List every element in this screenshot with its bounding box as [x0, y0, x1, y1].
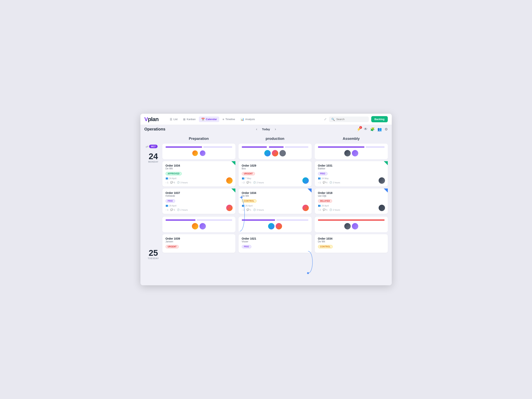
card-order-1034-asm2[interactable]: Order 1034 De Wit CONTROL: [315, 234, 388, 253]
card-avatar-1034: [226, 177, 233, 184]
avatar-prod-2: [272, 150, 278, 156]
column-header-assembly: Assembly: [315, 137, 388, 141]
avatar-asm-2: [352, 150, 358, 156]
date-block-24: 24 MONDAY: [144, 152, 162, 163]
asm-bar-3: [318, 219, 385, 221]
card-stats-1037: ↑1 💬3 🕐2 hours: [165, 209, 232, 211]
column-header-production: production: [239, 137, 312, 141]
users-icon[interactable]: 👥: [377, 127, 382, 132]
nav-items: ☰ List ⊞ Kanban 📅 Calendar ≡ Timeline 📊 …: [167, 116, 320, 122]
eye-icon[interactable]: 👁: [364, 127, 367, 131]
status-badge-delayed: DELAYED: [318, 199, 332, 203]
order-client-1039: Jansen: [165, 240, 232, 243]
avatar-asm-d2-1: [344, 223, 351, 229]
order-title-1018: Order 1018: [318, 191, 385, 195]
nav-list[interactable]: ☰ List: [167, 116, 180, 122]
day-name-tuesday: TUESDAY: [148, 257, 159, 260]
prod-bar-4: [242, 219, 275, 221]
day-name-monday: MONDAY: [148, 161, 158, 163]
prep-day1-progress: [162, 144, 235, 159]
puzzle-icon[interactable]: 🧩: [370, 127, 375, 132]
order-client-1031: Bakker: [318, 167, 385, 170]
card-avatar-1018: [379, 205, 385, 211]
backlog-button[interactable]: Backlog: [371, 116, 388, 122]
header: Vplan ☰ List ⊞ Kanban 📅 Calendar ≡ Timel…: [140, 114, 392, 125]
next-date-button[interactable]: ›: [273, 127, 278, 132]
card-avatar-1037: [226, 205, 233, 211]
order-client-1034-asm2: De Wit: [318, 240, 385, 243]
card-order-1018-asm[interactable]: Order 1018 van Dijk DELAYED 👥 28 April ↑…: [315, 189, 388, 214]
order-client-1037: Hofstede: [165, 195, 232, 197]
calendar-icon: 📅: [201, 118, 205, 121]
avatar-1037: [226, 205, 233, 211]
avatar-1029: [302, 177, 309, 184]
asm-avatars-day2: [318, 223, 385, 229]
order-date-1031: 👥 24 May: [318, 177, 385, 180]
nav-calendar[interactable]: 📅 Calendar: [199, 116, 219, 122]
day-number-25: 25: [149, 249, 158, 257]
filter-icon[interactable]: ⚡ 1: [357, 127, 361, 132]
avatar-prep-1: [192, 150, 198, 156]
card-order-1034-prep[interactable]: Order 1034 De Wit APPROVED 👥 24 April ↑1…: [162, 161, 235, 187]
timeline-icon: ≡: [222, 118, 224, 121]
board: Preparation Order 1034 De: [162, 133, 388, 260]
avatar-prod-3: [279, 150, 286, 156]
search-input[interactable]: [336, 118, 367, 121]
order-title-1039: Order 1039: [165, 237, 232, 240]
order-title-1021: Order 1021: [242, 237, 308, 240]
order-title-1037: Order 1037: [165, 191, 232, 195]
prod-bar-2: [269, 146, 284, 148]
prev-date-button[interactable]: ‹: [254, 127, 259, 132]
order-client-1034-prod: De Wit: [242, 195, 308, 197]
shuffle-button[interactable]: ⇄: [146, 145, 148, 148]
date-nav: ‹ Today ›: [254, 127, 278, 132]
nav-kanban[interactable]: ⊞ Kanban: [181, 116, 198, 122]
card-order-1029-prod[interactable]: Order 1029 Bos URGENT 👥 7 May ↑2 💬5 🕐2 h…: [239, 161, 312, 187]
order-client-1018: van Dijk: [318, 195, 385, 197]
prod-day1-progress: [239, 144, 312, 159]
prep-bar-1: [165, 146, 202, 148]
card-corner-blue-1034: [308, 189, 312, 192]
order-client: De Wit: [165, 167, 232, 170]
card-order-1037-prep[interactable]: Order 1037 Hofstede PRIO 👥 29 April ↑1 💬…: [162, 189, 235, 214]
settings-icon[interactable]: ⚙: [385, 127, 388, 132]
card-order-1034-prod[interactable]: Order 1034 De Wit CONTROL 👥 26 April ↑2 …: [239, 189, 312, 214]
prep-bar-2: [203, 146, 232, 148]
status-badge-control: CONTROL: [242, 199, 257, 203]
card-corner-blue-1018: [384, 189, 388, 192]
status-badge-control-asm2: CONTROL: [318, 245, 333, 248]
order-date-1018: 👥 28 April: [318, 204, 385, 207]
card-stats-1018: ↑2 💬5 🕐2 hours: [318, 209, 385, 211]
prod-bar-1: [242, 146, 267, 148]
order-date-1029: 👥 7 May: [242, 177, 308, 180]
avatar-1018: [379, 205, 385, 211]
search-icon: 🔍: [331, 118, 335, 121]
nav-analysis[interactable]: 📊 Analysis: [238, 116, 257, 122]
column-preparation: Preparation Order 1034 De: [162, 137, 235, 260]
order-title: Order 1034: [165, 164, 232, 167]
status-badge-prio-1037: PRIO: [165, 199, 175, 203]
card-stats-1029: ↑2 💬5 🕐2 hours: [242, 181, 308, 184]
prod-day2-progress: [239, 217, 312, 232]
search-box[interactable]: 🔍: [329, 116, 369, 122]
card-stats-1031: ↑1 💬6 🕐2 hours: [318, 181, 385, 184]
status-badge-urgent-1039: URGENT: [165, 245, 179, 248]
expand-icon[interactable]: ⤢: [324, 117, 327, 121]
avatar-prep-d2-1: [192, 223, 198, 229]
avatar-prep-2: [199, 150, 206, 156]
header-right: ⤢ 🔍 Backlog: [324, 116, 388, 122]
card-stats-1034-prod: ↑2 💬1 🕐3 hours: [242, 209, 308, 211]
asm-bar-2: [366, 146, 384, 148]
order-client-1029: Bos: [242, 167, 308, 170]
prod-bar-3: [285, 146, 308, 148]
card-order-1031-asm[interactable]: Order 1031 Bakker PRIO 👥 24 May ↑1 💬6 🕐2…: [315, 161, 388, 187]
status-badge-urgent-1029: URGENT: [242, 172, 255, 175]
card-order-1039-prep[interactable]: Order 1039 Jansen URGENT: [162, 234, 235, 253]
logo-v: V: [144, 116, 148, 122]
order-date-1034-prod: 👥 26 April: [242, 204, 308, 207]
nav-timeline[interactable]: ≡ Timeline: [220, 116, 237, 122]
avatar-1034: [226, 177, 233, 184]
prod-bar-5: [276, 219, 308, 221]
card-order-1021-prod[interactable]: Order 1021 Visser PRIO: [239, 234, 312, 253]
order-title-1034-asm2: Order 1034: [318, 237, 385, 240]
